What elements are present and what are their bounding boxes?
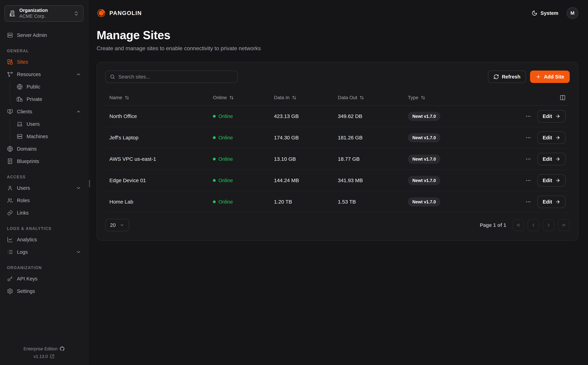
github-icon[interactable] (60, 346, 64, 351)
sort-icon (229, 95, 234, 100)
site-name: North Office (105, 113, 209, 119)
external-link-icon[interactable] (50, 354, 54, 359)
column-header-name[interactable]: Name (105, 95, 209, 100)
sidebar-scrollbar-thumb[interactable] (89, 180, 90, 187)
sidebar-item-analytics[interactable]: Analytics (5, 234, 84, 245)
globe-icon (17, 84, 23, 90)
table-row: Jeff's Laptop Online 174.30 GB 181.26 GB… (105, 127, 570, 148)
sidebar-item-private[interactable]: Private (14, 94, 84, 104)
link-icon (7, 210, 13, 216)
type-badge: Newt v1.7.0 (408, 112, 440, 121)
org-label: Organization (19, 7, 70, 14)
row-menu-button[interactable] (524, 112, 533, 120)
theme-toggle[interactable]: System (532, 10, 558, 16)
server-icon (7, 32, 13, 38)
columns-icon (560, 95, 566, 101)
data-in-value: 13.10 GB (270, 156, 334, 162)
chevrons-up-down-icon (73, 11, 79, 16)
sites-toolbar: Refresh Add Site (105, 70, 570, 83)
data-out-value: 349.62 DB (334, 113, 404, 119)
sort-icon (125, 95, 129, 100)
first-page-button[interactable] (512, 219, 524, 231)
chevron-down-icon (76, 249, 81, 255)
section-label-general: GENERAL (5, 49, 84, 53)
arrow-right-icon (555, 114, 560, 119)
sidebar-item-machines[interactable]: Machines (14, 131, 84, 142)
sidebar-item-settings[interactable]: Settings (5, 286, 84, 296)
refresh-button[interactable]: Refresh (488, 70, 526, 83)
avatar[interactable]: M (567, 7, 578, 19)
sidebar-item-logs[interactable]: Logs (5, 247, 84, 257)
type-badge: Newt v1.7.0 (408, 154, 440, 164)
ellipsis-icon (525, 199, 531, 205)
sidebar-item-resources[interactable]: Resources (5, 69, 84, 79)
page-size-select[interactable]: 20 (105, 219, 129, 231)
org-value: ACME Corp. (19, 14, 70, 19)
sidebar-item-client-users[interactable]: Users (14, 119, 84, 129)
sort-icon (292, 95, 296, 100)
globe-icon (7, 146, 13, 152)
next-page-button[interactable] (543, 219, 554, 231)
sidebar-item-clients[interactable]: Clients (5, 106, 84, 117)
sidebar-item-domains[interactable]: Domains (5, 144, 84, 154)
sidebar-item-server-admin[interactable]: Server Admin (5, 30, 84, 40)
column-header-data-out[interactable]: Data Out (334, 95, 404, 100)
sidebar-item-roles[interactable]: Roles (5, 195, 84, 206)
type-badge: Newt v1.7.0 (408, 176, 440, 185)
search-input[interactable] (118, 74, 233, 80)
row-menu-button[interactable] (524, 155, 533, 163)
data-out-value: 18.77 GB (334, 156, 404, 162)
online-dot-icon (213, 200, 216, 203)
row-menu-button[interactable] (524, 197, 533, 206)
chart-line-icon (7, 237, 13, 243)
data-out-value: 341.93 MB (334, 177, 404, 183)
sidebar: Organization ACME Corp. Server Admin GEN… (0, 0, 88, 365)
add-site-button[interactable]: Add Site (530, 70, 570, 83)
sidebar-item-users[interactable]: Users (5, 183, 84, 193)
sidebar-item-links[interactable]: Links (5, 208, 84, 218)
sidebar-footer: Enterprise Edition v1.13.0 (5, 345, 84, 365)
sidebar-item-label: Blueprints (17, 159, 39, 164)
site-name: Edge Device 01 (105, 177, 209, 183)
sidebar-item-api-keys[interactable]: API Keys (5, 274, 84, 284)
online-dot-icon (213, 136, 216, 139)
sidebar-item-label: Private (27, 96, 42, 102)
version-label: v1.13.0 (34, 353, 48, 360)
column-header-type[interactable]: Type (404, 95, 512, 100)
brand-logo[interactable]: PANGOLIN (97, 8, 142, 18)
status-badge: Online (209, 199, 270, 205)
search-icon (110, 74, 115, 79)
row-menu-button[interactable] (524, 133, 533, 142)
column-header-online[interactable]: Online (209, 95, 270, 100)
server-stack-icon (17, 133, 23, 140)
edit-button[interactable]: Edit (538, 110, 566, 122)
edit-button[interactable]: Edit (538, 153, 566, 165)
online-dot-icon (213, 179, 216, 182)
chevron-up-icon (76, 109, 81, 114)
status-badge: Online (209, 178, 270, 183)
type-badge: Newt v1.7.0 (408, 197, 440, 206)
row-menu-button[interactable] (524, 176, 533, 185)
edit-button[interactable]: Edit (538, 196, 566, 208)
sidebar-item-label: Users (17, 185, 30, 191)
prev-page-button[interactable] (528, 219, 539, 231)
column-header-data-in[interactable]: Data In (270, 95, 334, 100)
main-area: PANGOLIN System M Manage Sites Create an… (88, 0, 588, 365)
type-badge: Newt v1.7.0 (408, 133, 440, 142)
chevrons-left-icon (516, 223, 521, 228)
sidebar-item-blueprints[interactable]: Blueprints (5, 156, 84, 167)
moon-icon (532, 10, 538, 16)
column-visibility-button[interactable] (512, 95, 570, 101)
online-dot-icon (213, 115, 216, 118)
sidebar-item-sites[interactable]: Sites (5, 57, 84, 67)
sidebar-item-public[interactable]: Public (14, 82, 84, 92)
theme-label: System (540, 10, 558, 16)
status-badge: Online (209, 156, 270, 162)
status-badge: Online (209, 135, 270, 140)
page-info: Page 1 of 1 (480, 222, 506, 228)
last-page-button[interactable] (558, 219, 570, 231)
edit-button[interactable]: Edit (538, 131, 566, 144)
sites-combine-icon (7, 59, 13, 65)
org-selector[interactable]: Organization ACME Corp. (5, 5, 84, 22)
edit-button[interactable]: Edit (538, 174, 566, 187)
